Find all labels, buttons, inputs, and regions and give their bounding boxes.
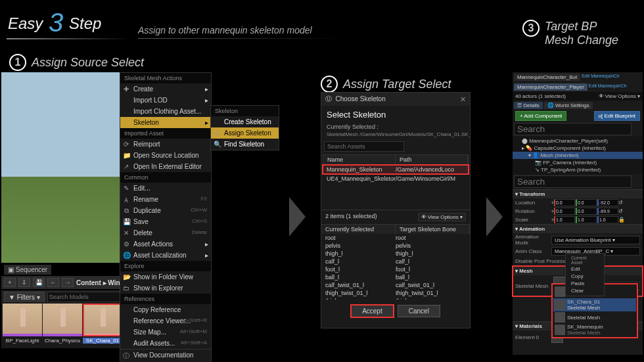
folder-icon: 📁 [123, 152, 129, 159]
menu-show-folder[interactable]: 📂Show in Folder View [120, 271, 211, 283]
menu-edit[interactable]: ✎Edit... [120, 183, 211, 194]
bone-row[interactable]: thigh_lthigh_l [321, 250, 470, 258]
menu-skeleton[interactable]: Skeleton [120, 117, 211, 128]
menu-copy[interactable]: Copy [566, 273, 604, 280]
filters-dropdown[interactable]: ▼ Filters ▾ [4, 292, 45, 303]
add-component-button[interactable]: + Add Component [515, 111, 566, 121]
step-number-icon: 2 [321, 76, 338, 93]
search-input[interactable] [324, 141, 404, 152]
bone-row[interactable]: pelvispelvis [321, 242, 470, 250]
menu-reimport[interactable]: ⟳Reimport [120, 139, 211, 150]
tab-details[interactable]: ☰ Details [514, 102, 543, 109]
tab-actor[interactable]: MannequinCharacter_Bot [514, 74, 580, 81]
rename-icon: Ａ [123, 196, 129, 205]
asset-thumb-selected[interactable]: SK_Chara_01 [83, 304, 122, 347]
edit-link[interactable]: Edit MannequinCh [589, 83, 627, 91]
menu-view-documentation[interactable]: ⓘView Documentation [120, 349, 211, 361]
page-title: Easy 3 Step [8, 8, 101, 37]
divider [7, 38, 131, 39]
col-name[interactable]: Name [323, 155, 396, 164]
viewport-3d[interactable] [1, 72, 120, 263]
menu-import-clothing[interactable]: Import Clothing Asset... [120, 106, 211, 117]
menu-asset-actions[interactable]: ⚙Asset Actions [120, 238, 211, 250]
asset-row-selected[interactable]: SK_Chara_01Skeletal Mesh [553, 298, 636, 311]
menu-reference-viewer[interactable]: Reference Viewer...Alt+Shift+R [120, 315, 211, 327]
bone-row[interactable]: ball_lball_l [321, 273, 470, 281]
gear-icon: ⚙ [123, 240, 129, 248]
tree-item[interactable]: ↘ TP_SpringArm (Inherited) [513, 166, 643, 173]
menu-create[interactable]: ✚Create [120, 83, 211, 95]
bone-row[interactable]: calf_lcalf_l [321, 258, 470, 265]
bone-row[interactable]: thigh_twist_01_lthigh_twist_01_l [321, 289, 470, 297]
loc-z[interactable] [597, 199, 618, 206]
scale-y[interactable] [576, 216, 597, 223]
step1-label: 1 Assign Source Select [9, 54, 144, 71]
forward-button[interactable]: → [62, 278, 74, 287]
loc-y[interactable] [576, 199, 597, 206]
bone-row[interactable]: rootroot [321, 234, 470, 242]
tab-actor-selected[interactable]: MannequinCharacter_Player [514, 83, 587, 91]
current-selected-label: Currently Selected : [321, 124, 470, 131]
save-button[interactable]: 💾 [33, 278, 45, 287]
import-button[interactable]: ⇩ [18, 278, 30, 287]
search-input[interactable] [514, 175, 632, 188]
asset-thumb[interactable]: BP_FaceLight [3, 304, 42, 347]
tab-world-settings[interactable]: 🌐 World Settings [544, 102, 593, 109]
list-item[interactable]: UE4_Mannequin_Skeleton/Game/WinsomeGirl/… [323, 174, 469, 183]
menu-save[interactable]: 💾SaveCtrl+S [120, 216, 211, 227]
section-transform[interactable]: ▾ Transform [513, 189, 643, 198]
accept-button[interactable]: Accept [351, 305, 394, 317]
menu-edit[interactable]: Edit [566, 265, 604, 273]
asset-thumb[interactable]: Chara_Physics [43, 304, 82, 347]
close-icon[interactable]: ✕ [460, 95, 466, 104]
menu-asset-localization[interactable]: 🌐Asset Localization [120, 250, 211, 261]
bone-list[interactable]: rootrootpelvispelvisthigh_lthigh_lcalf_l… [321, 234, 470, 300]
section-animation[interactable]: ▾ Animation [513, 224, 643, 233]
view-options-dropdown[interactable]: 👁 View Options ▾ [418, 213, 466, 221]
submenu-create-skeleton[interactable]: Create Skeleton [211, 116, 279, 127]
scale-x[interactable] [554, 216, 575, 223]
rot-z[interactable] [597, 208, 618, 215]
menu-import-lod[interactable]: Import LOD [120, 95, 211, 106]
rot-x[interactable] [554, 208, 575, 215]
asset-row[interactable]: SK_MannequinSkeletal Mesh [553, 323, 636, 336]
bone-mapping: Currently SelectedTarget Skeleton Bone r… [321, 224, 470, 300]
menu-show-explorer[interactable]: 🗀Show in Explorer [120, 283, 211, 294]
back-button[interactable]: ← [47, 278, 59, 287]
bone-row[interactable]: thigh_rthigh_r [321, 297, 470, 300]
anim-mode-dropdown[interactable]: Use Animation Blueprint ▾ [551, 236, 640, 244]
menu-delete[interactable]: ✕DeleteDelete [120, 227, 211, 238]
divider [138, 38, 348, 39]
submenu-find-skeleton[interactable]: 🔍Find Skeleton [211, 139, 279, 150]
tree-item[interactable]: 📷 FP_Camera (Inherited) [513, 159, 643, 166]
menu-open-source[interactable]: 📁Open Source Location [120, 150, 211, 161]
sequencer-tab[interactable]: ▣ Sequencer [4, 265, 51, 275]
asset-row[interactable]: Skeletal Mesh [553, 311, 636, 323]
menu-paste[interactable]: Paste [566, 280, 604, 287]
menu-section-header: Current Asset [566, 255, 604, 265]
rot-y[interactable] [576, 208, 597, 215]
menu-open-external[interactable]: ↗Open In External Editor [120, 161, 211, 172]
bone-row[interactable]: calf_twist_01_lcalf_twist_01_l [321, 281, 470, 289]
edit-blueprint-button[interactable]: o[ Edit Blueprint [594, 111, 640, 121]
loc-x[interactable] [554, 199, 575, 206]
edit-link[interactable]: Edit MannequinCh [582, 74, 620, 81]
tree-item-selected[interactable]: ▾ 👤 Mesh (Inherited) [513, 152, 643, 159]
menu-clear[interactable]: Clear [566, 287, 604, 294]
tree-item[interactable]: ⬤ MannequinCharacter_Player(self) [513, 137, 643, 145]
scale-z[interactable] [597, 216, 618, 223]
menu-audit-assets[interactable]: Audit Assets...Alt+Shift+A [120, 338, 211, 349]
menu-copy-reference[interactable]: Copy Reference [120, 304, 211, 315]
menu-duplicate[interactable]: ⧉DuplicateCtrl+W [120, 205, 211, 216]
menu-rename[interactable]: ＡRenameF2 [120, 194, 211, 205]
search-input[interactable] [514, 123, 632, 135]
tree-item[interactable]: ▸ 💊 CapsuleComponent (Inherited) [513, 145, 643, 152]
col-path[interactable]: Path [396, 155, 468, 164]
submenu-assign-skeleton[interactable]: ☠Assign Skeleton [211, 127, 279, 139]
bone-row[interactable]: foot_lfoot_l [321, 265, 470, 273]
add-button[interactable]: + [4, 278, 16, 287]
list-item-selected[interactable]: Mannequin_Skeleton/Game/AdvancedLoco [323, 165, 469, 174]
cancel-button[interactable]: Cancel [398, 305, 440, 317]
menu-size-map[interactable]: Size Map...Alt+Shift+M [120, 327, 211, 338]
view-options-dropdown[interactable]: 👁 View Options ▾ [599, 93, 640, 99]
